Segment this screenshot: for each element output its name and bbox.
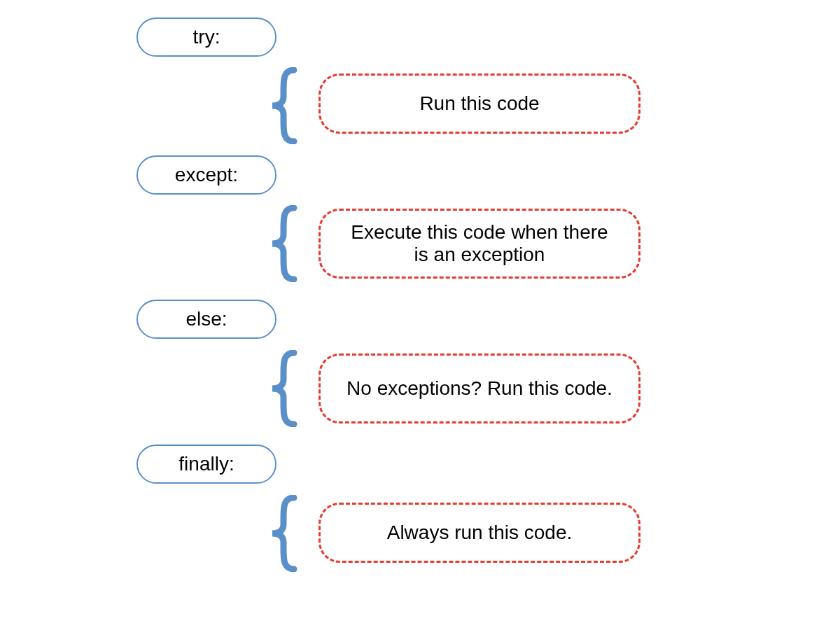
description-box-finally: Always run this code. [318,503,640,563]
keyword-label: finally: [178,453,234,475]
keyword-pill-except: except: [136,155,276,195]
keyword-pill-try: try: [136,18,276,57]
description-text: Always run this code. [387,522,573,544]
curly-brace-icon [262,350,304,427]
keyword-label: except: [175,164,238,186]
description-box-except: Execute this code when there is an excep… [318,209,640,279]
description-text: Run this code [419,92,539,115]
description-box-else: No exceptions? Run this code. [318,354,640,424]
curly-brace-icon [262,67,304,144]
curly-brace-icon [262,495,304,572]
exception-handling-diagram: try: Run this code except: Execute this … [0,0,840,630]
keyword-label: else: [186,308,227,330]
curly-brace-icon [262,205,304,282]
keyword-pill-finally: finally: [136,444,276,484]
description-text: No exceptions? Run this code. [346,377,612,400]
keyword-pill-else: else: [136,300,276,339]
description-box-try: Run this code [318,74,640,134]
description-text: Execute this code when there is an excep… [342,221,617,266]
keyword-label: try: [193,26,220,48]
